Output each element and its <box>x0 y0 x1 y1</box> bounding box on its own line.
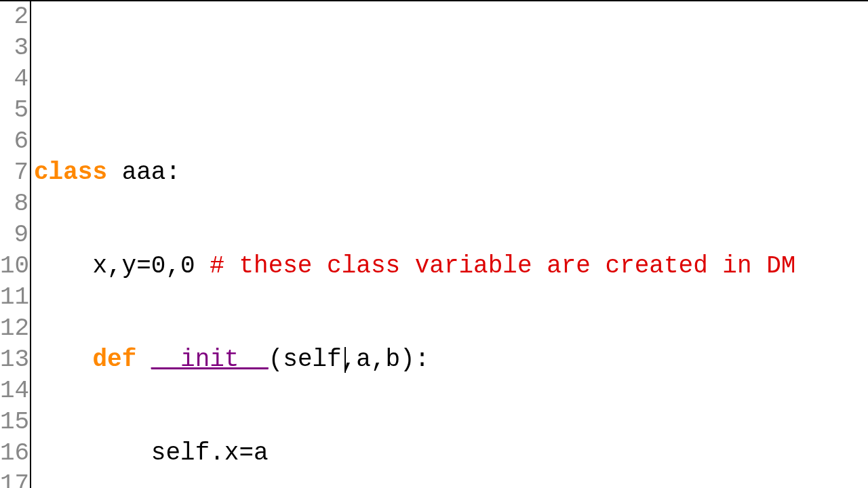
code-line <box>34 64 868 95</box>
line-number: 3 <box>0 33 28 64</box>
line-number: 8 <box>0 188 28 220</box>
line-number: 14 <box>0 375 28 407</box>
line-number: 6 <box>0 126 28 157</box>
line-number: 16 <box>0 438 28 469</box>
keyword-class: class <box>34 159 107 186</box>
code-editor[interactable]: 234567891011121314151617 class aaa: x,y=… <box>0 0 868 488</box>
line-number: 12 <box>0 313 28 344</box>
comment-text: # these class variable are created in DM <box>210 252 795 280</box>
line-number: 5 <box>0 95 28 126</box>
line-number: 17 <box>0 469 28 488</box>
code-line: def __init__(self,a,b): <box>34 344 868 375</box>
code-text: x,y=0,0 <box>34 252 210 280</box>
code-area[interactable]: class aaa: x,y=0,0 # these class variabl… <box>31 1 868 488</box>
line-number: 7 <box>0 157 28 188</box>
code-text <box>34 346 92 373</box>
code-text: (self,a,b): <box>269 346 430 373</box>
line-number: 4 <box>0 64 28 95</box>
dunder-init: __init__ <box>151 346 269 373</box>
line-number: 9 <box>0 220 28 251</box>
code-line: self.x=a <box>34 438 868 469</box>
code-text: self.x=a <box>34 439 269 467</box>
line-number: 2 <box>0 1 28 33</box>
line-number: 13 <box>0 344 28 375</box>
code-line: x,y=0,0 # these class variable are creat… <box>34 251 868 282</box>
line-number-gutter: 234567891011121314151617 <box>0 1 31 488</box>
line-number: 10 <box>0 251 28 282</box>
line-number: 11 <box>0 282 28 313</box>
code-text: aaa: <box>107 159 180 186</box>
keyword-def: def <box>92 346 136 373</box>
text-cursor <box>344 347 346 373</box>
code-line: class aaa: <box>34 157 868 188</box>
line-number: 15 <box>0 407 28 438</box>
